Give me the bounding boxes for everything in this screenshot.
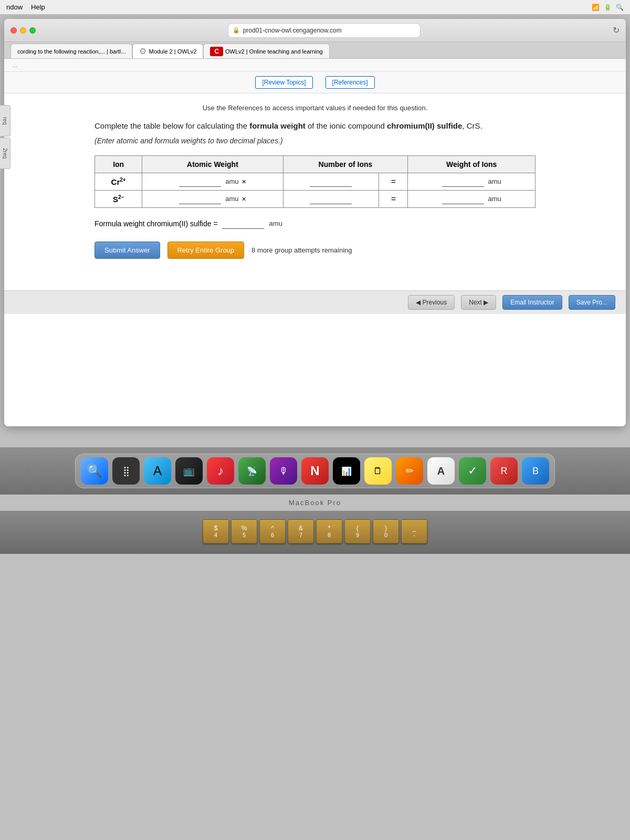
tab-center[interactable]: ⚙ Module 2 | OWLv2 (132, 44, 203, 58)
maximize-button[interactable] (29, 27, 36, 34)
cr-weight-ions-cell: amu (408, 173, 536, 190)
formula-table: Ion Atomic Weight Number of Ions Weight … (94, 155, 536, 208)
cr-weight-unit: amu (488, 177, 501, 185)
cr-multiplier: × (242, 177, 246, 186)
refresh-icon[interactable]: ↻ (613, 25, 620, 35)
question-subtitle: (Enter atomic and formula weights to two… (94, 136, 536, 145)
key-underscore-dash[interactable]: _ - (401, 519, 427, 543)
email-instructor-button[interactable]: Email Instructor (502, 295, 562, 310)
tab-center-label: Module 2 | OWLv2 (149, 48, 196, 55)
sidebar-tab-2req[interactable]: 2req (0, 138, 10, 169)
dock-item-red-app[interactable]: R (490, 457, 518, 485)
formula-weight-row: Formula weight chromium(II) sulfide = am… (94, 218, 536, 229)
dock-item-finder[interactable]: 🔍 (81, 457, 108, 485)
s-atomic-weight-input[interactable] (179, 194, 221, 204)
ion-s: S2− (95, 190, 142, 207)
owlv2-badge: C (210, 47, 223, 56)
traffic-lights (10, 27, 36, 34)
menu-bar-items: ndow Help (6, 3, 45, 11)
col-header-number-of-ions: Number of Ions (283, 155, 408, 173)
col-header-ion: Ion (95, 155, 142, 173)
search-icon[interactable]: 🔍 (616, 4, 624, 11)
module-gear-icon: ⚙ (139, 46, 146, 56)
formula-weight-unit: amu (269, 219, 282, 227)
key-percent-5[interactable]: % 5 (231, 519, 257, 543)
cr-atomic-weight-input[interactable] (179, 176, 221, 187)
review-topics-link[interactable]: [Review Topics] (255, 76, 312, 89)
dock-item-blue-app[interactable]: B (522, 457, 549, 485)
dock-item-greencheck[interactable]: ✓ (459, 457, 486, 485)
dock-item-appstore[interactable]: A (144, 457, 171, 485)
key-amp-7[interactable]: & 7 (288, 519, 314, 543)
browser-content: ... [Review Topics] [References] Use the… (4, 59, 626, 426)
menu-item-window[interactable]: ndow (6, 3, 23, 11)
ion-cr: Cr2+ (95, 173, 142, 190)
cr-number-ions-input[interactable] (310, 176, 352, 187)
key-star-lower: 8 (328, 532, 331, 538)
s-multiplier: × (242, 195, 246, 203)
battery-icon: 🔋 (604, 4, 612, 11)
formula-weight-input[interactable] (222, 218, 264, 229)
dock-item-pencil[interactable]: ✏ (396, 457, 423, 485)
key-dollar-upper: $ (214, 524, 218, 532)
save-progress-button[interactable]: Save Pro... (569, 295, 615, 310)
references-link[interactable]: [References] (326, 76, 375, 89)
content-header-bar: [Review Topics] [References] (4, 72, 626, 93)
dock: 🔍 ⣿ A 📺 ♪ 📡 🎙 N 📊 🗒 ✏ A ✓ R B (75, 454, 555, 488)
menu-item-help[interactable]: Help (31, 3, 45, 11)
sidebar: req 2req (0, 105, 10, 169)
address-bar[interactable]: 🔒 prod01-cnow-owl.cengagenow.com (228, 23, 421, 38)
s-equals-sign: = (391, 194, 396, 203)
tab-right-label: OWLv2 | Online teaching and learning (225, 48, 323, 55)
retry-entire-group-button[interactable]: Retry Entire Group (167, 242, 244, 259)
nav-breadcrumb: ... (13, 62, 17, 68)
s-number-ions-input[interactable] (310, 194, 352, 204)
menu-bar-right: 📶 🔋 🔍 (592, 4, 624, 11)
next-button[interactable]: Next ▶ (461, 295, 496, 310)
dock-item-music[interactable]: ♪ (207, 457, 234, 485)
previous-button[interactable]: ◀ Previous (408, 295, 455, 310)
dock-item-appletv[interactable]: 📺 (175, 457, 203, 485)
dock-item-control[interactable]: ⣿ (112, 457, 140, 485)
key-rparen-upper: ) (385, 524, 387, 532)
cr-equals-sign: = (391, 177, 396, 186)
dock-item-notes[interactable]: 🗒 (364, 457, 392, 485)
wifi-icon: 📶 (592, 4, 600, 11)
tab-right[interactable]: C OWLv2 | Online teaching and learning (203, 44, 329, 58)
keyboard-row-1: $ 4 % 5 ^ 6 & 7 * 8 ( 9 ) 0 _ - (16, 519, 614, 543)
dock-item-stocks[interactable]: 📊 (333, 457, 360, 485)
dock-item-news[interactable]: N (301, 457, 329, 485)
close-button[interactable] (10, 27, 17, 34)
key-amp-upper: & (299, 524, 303, 532)
main-content: Use the References to access important v… (79, 93, 551, 290)
key-rparen-0[interactable]: ) 0 (373, 519, 399, 543)
s-weight-ions-input[interactable] (442, 194, 484, 204)
dock-item-podcasts[interactable]: 🎙 (270, 457, 297, 485)
bottom-bar: ◀ Previous Next ▶ Email Instructor Save … (4, 290, 626, 314)
minimize-button[interactable] (20, 27, 26, 34)
key-percent-upper: % (242, 524, 247, 532)
lock-icon: 🔒 (233, 27, 240, 34)
submit-answer-button[interactable]: Submit Answer (94, 242, 160, 259)
s-equals-cell: = (379, 190, 408, 207)
keyboard-area: $ 4 % 5 ^ 6 & 7 * 8 ( 9 ) 0 _ - (0, 511, 630, 554)
menu-bar: ndow Help 📶 🔋 🔍 (0, 0, 630, 15)
cr-weight-ions-input[interactable] (442, 176, 484, 187)
key-lparen-9[interactable]: ( 9 (344, 519, 371, 543)
key-dollar-4[interactable]: $ 4 (203, 519, 229, 543)
col-header-atomic-weight: Atomic Weight (142, 155, 283, 173)
s-weight-ions-cell: amu (408, 190, 536, 207)
dock-item-screenshare[interactable]: 📡 (238, 457, 266, 485)
attempts-remaining-text: 8 more group attempts remaining (251, 246, 352, 254)
sidebar-tab-req[interactable]: req (0, 105, 10, 136)
dock-item-fonts[interactable]: A (427, 457, 455, 485)
key-caret-6[interactable]: ^ 6 (259, 519, 286, 543)
key-caret-lower: 6 (271, 532, 274, 538)
content-nav: ... (4, 59, 626, 72)
reference-note: Use the References to access important v… (94, 104, 536, 112)
tab-left[interactable]: cording to the following reaction,... | … (10, 44, 132, 58)
key-star-8[interactable]: * 8 (316, 519, 342, 543)
url-text: prod01-cnow-owl.cengagenow.com (243, 27, 342, 34)
table-row-cr: Cr2+ amu × = (95, 173, 536, 190)
key-rparen-lower: 0 (384, 532, 387, 538)
